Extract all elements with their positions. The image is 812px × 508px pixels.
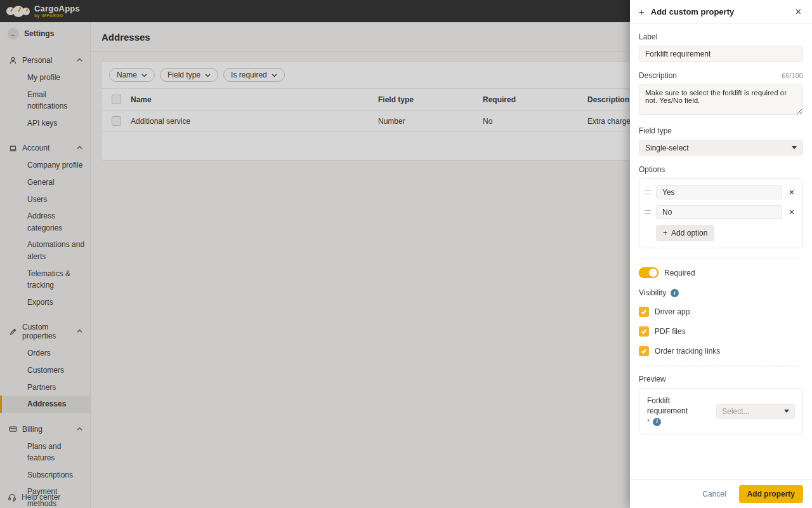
visibility-pdf-files[interactable]: PDF files	[639, 326, 803, 337]
option-input-no[interactable]	[656, 205, 782, 219]
drawer-title: Add custom property	[651, 7, 787, 17]
required-asterisk: *	[647, 417, 650, 426]
preview-select[interactable]: Select...	[716, 404, 795, 419]
field-type-label: Field type	[639, 126, 803, 135]
option-row: ✕	[645, 185, 796, 199]
drag-handle-icon[interactable]	[645, 210, 651, 214]
plus-icon: +	[663, 229, 667, 237]
options-label: Options	[639, 165, 803, 174]
remove-option-icon[interactable]: ✕	[787, 208, 796, 217]
close-icon[interactable]: ✕	[794, 6, 803, 18]
caret-down-icon	[792, 146, 797, 149]
description-field-label: Description	[639, 71, 677, 80]
option-input-yes[interactable]	[656, 185, 782, 199]
required-toggle[interactable]	[639, 267, 658, 278]
info-icon[interactable]: i	[653, 418, 661, 426]
visibility-order-tracking-links[interactable]: Order tracking links	[639, 346, 803, 356]
checkbox-checked-icon[interactable]	[639, 326, 649, 337]
info-icon[interactable]: i	[671, 289, 679, 297]
preview-field-label: Forklift requirement	[647, 396, 711, 416]
options-list: ✕ ✕ + Add option	[639, 178, 803, 248]
field-type-select[interactable]: Single-select	[639, 140, 803, 156]
drag-handle-icon[interactable]	[645, 190, 651, 194]
preview-label: Preview	[639, 375, 803, 384]
preview-card: Forklift requirement * i Select...	[639, 388, 803, 434]
plus-icon: +	[639, 6, 645, 17]
label-field-label: Label	[639, 32, 803, 41]
cancel-button[interactable]: Cancel	[702, 490, 726, 498]
add-property-button[interactable]: Add property	[739, 485, 803, 503]
remove-option-icon[interactable]: ✕	[787, 188, 796, 197]
visibility-driver-app[interactable]: Driver app	[639, 307, 803, 317]
label-input[interactable]	[639, 46, 803, 62]
checkbox-checked-icon[interactable]	[639, 346, 649, 356]
caret-down-icon	[784, 410, 789, 413]
add-option-button[interactable]: + Add option	[656, 225, 714, 241]
description-textarea[interactable]: Make sure to select the forklift is requ…	[639, 84, 803, 115]
option-row: ✕	[645, 205, 796, 219]
required-toggle-label: Required	[664, 269, 695, 277]
character-counter: 66/100	[782, 72, 803, 79]
checkbox-checked-icon[interactable]	[639, 307, 649, 317]
add-custom-property-drawer: + Add custom property ✕ Label Descriptio…	[630, 0, 812, 508]
visibility-label: Visibility	[639, 288, 666, 297]
